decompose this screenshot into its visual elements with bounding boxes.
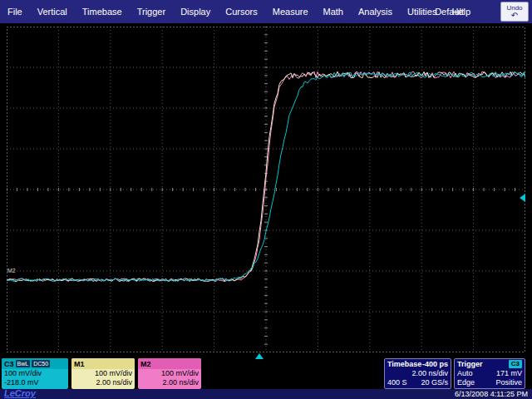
timebase-descriptor[interactable]: Timebase -400 ps 2.00 ns/div 400 S 20 GS… <box>384 358 451 389</box>
timebase-title: Timebase <box>387 360 421 369</box>
menu-item-file[interactable]: File <box>0 7 30 17</box>
trace-zero-marker: M2 <box>7 268 16 273</box>
menu-item-math[interactable]: Math <box>316 7 351 17</box>
status-bar: LeCroy 6/13/2008 4:11:25 PM <box>0 389 532 399</box>
undo-button[interactable]: Undo ↶ <box>500 2 529 22</box>
timebase-rate: 20 GS/s <box>421 378 448 387</box>
timebase-scale: 2.00 ns/div <box>411 369 448 378</box>
m2-scale: 100 mV/div <box>138 369 201 378</box>
channel-descriptor-c3[interactable]: C3 BwL DC50 100 mV/div -218.0 mV <box>2 358 68 389</box>
trigger-type: Edge <box>457 378 475 387</box>
channel-descriptor-m1[interactable]: M1 100 mV/div 2.00 ns/div <box>71 358 135 389</box>
m1-label: M1 <box>74 360 85 368</box>
m1-timebase: 2.00 ns/div <box>71 378 135 387</box>
trigger-level-marker[interactable] <box>520 194 525 202</box>
m1-scale: 100 mV/div <box>71 369 135 378</box>
menu-item-vertical[interactable]: Vertical <box>30 7 75 17</box>
c3-scale: 100 mV/div <box>2 369 68 378</box>
m2-label: M2 <box>140 360 151 368</box>
menu-item-timebase[interactable]: Timebase <box>75 7 130 17</box>
menu-item-trigger[interactable]: Trigger <box>130 7 173 17</box>
trigger-mode: Auto <box>457 369 473 378</box>
menu-item-measure[interactable]: Measure <box>265 7 316 17</box>
scope-grid <box>7 27 525 352</box>
timebase-offset: -400 ps <box>422 360 448 369</box>
c3-coupling-badge: DC50 <box>32 360 50 367</box>
trigger-slope: Positive <box>495 378 522 387</box>
datetime-label: 6/13/2008 4:11:25 PM <box>455 390 528 398</box>
oscilloscope-screen: File Vertical Timebase Trigger Display C… <box>0 0 532 399</box>
menu-item-analysis[interactable]: Analysis <box>351 7 400 17</box>
menu-item-cursors[interactable]: Cursors <box>218 7 265 17</box>
undo-arrow-icon: ↶ <box>511 12 518 19</box>
m2-timebase: 2.00 ns/div <box>138 378 201 387</box>
menu-bar: File Vertical Timebase Trigger Display C… <box>0 0 532 23</box>
channel-descriptor-m2[interactable]: M2 100 mV/div 2.00 ns/div <box>138 358 201 389</box>
default-setup-label: Default <box>435 7 464 17</box>
menu-item-display[interactable]: Display <box>173 7 218 17</box>
c3-offset: -218.0 mV <box>2 378 68 387</box>
trigger-descriptor[interactable]: Trigger C3 Auto 171 mV Edge Positive <box>454 358 525 389</box>
trigger-level: 171 mV <box>496 369 522 378</box>
trigger-position-marker[interactable] <box>255 353 264 359</box>
lecroy-logo: LeCroy <box>4 388 36 398</box>
c3-bandwidth-badge: BwL <box>16 360 31 367</box>
trigger-title: Trigger <box>457 360 483 369</box>
trigger-source-badge: C3 <box>509 360 522 368</box>
timebase-samples: 400 S <box>387 378 407 387</box>
c3-label: C3 <box>4 360 14 368</box>
waveform-display <box>7 27 525 352</box>
